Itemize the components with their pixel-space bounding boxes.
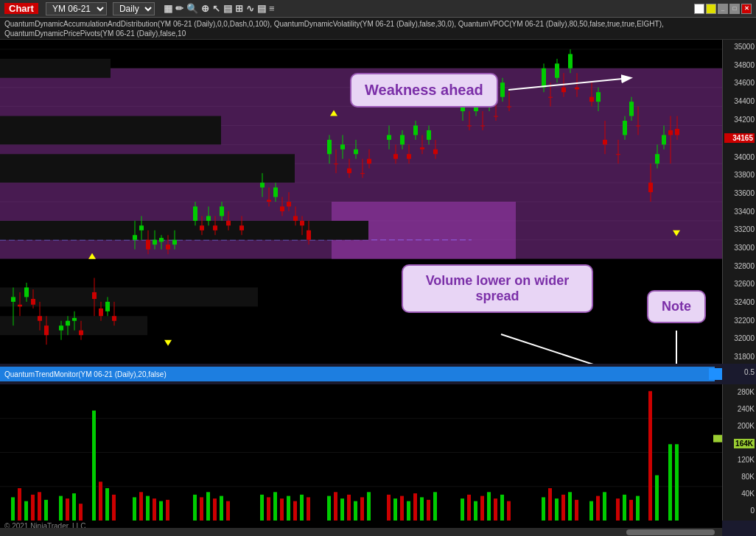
price-33200: 33200: [724, 225, 755, 233]
price-34400: 34400: [724, 97, 755, 105]
vol-120k: 120K: [738, 456, 755, 464]
properties-icon[interactable]: ▤: [223, 3, 232, 14]
price-32000: 32000: [724, 334, 755, 342]
price-axis: 35000 34800 34600 34400 34200 34165 3400…: [722, 40, 756, 364]
price-32600: 32600: [724, 280, 755, 288]
zoom-icon[interactable]: 🔍: [186, 3, 198, 14]
alerts-icon[interactable]: ≡: [269, 3, 275, 14]
weakness-callout: Weakness ahead: [350, 73, 498, 107]
window-controls: _ □ ✕: [694, 4, 752, 14]
vol-240k: 240K: [738, 405, 755, 413]
trend-axis-label: 0.5: [744, 368, 755, 376]
scrollbar[interactable]: [0, 528, 722, 536]
vol-280k: 280K: [738, 388, 755, 396]
current-price: 34165: [724, 133, 755, 143]
price-33800: 33800: [724, 171, 755, 179]
close-button[interactable]: ✕: [741, 4, 752, 14]
vol-200k: 200K: [738, 422, 755, 430]
minimize-button[interactable]: _: [718, 4, 728, 14]
trend-side-indicator: [709, 368, 722, 380]
volume-callout: Volume lower on wider spread: [402, 264, 593, 313]
price-32200: 32200: [724, 317, 755, 325]
draw-icon[interactable]: ✏: [175, 3, 183, 14]
chart-title: Chart: [4, 3, 38, 14]
title-bar: Chart YM 06-21 Daily ▦ ✏ 🔍 ⊕ ↖ ▤ ⊞ ∿ ▤ ≡…: [0, 0, 756, 18]
indicator-bar: QuantumDynamicAccumulationAndDistributio…: [0, 18, 756, 40]
volume-axis: 280K 240K 200K 164K 120K 80K 40K 0: [722, 384, 756, 521]
crosshair-icon[interactable]: ⊕: [201, 3, 209, 14]
color-box-1: [694, 4, 704, 14]
price-34000: 34000: [724, 153, 755, 161]
trend-monitor-label: QuantumTrendMonitor(YM 06-21 (Daily),20,…: [4, 370, 167, 378]
price-32400: 32400: [724, 298, 755, 306]
note-callout: Note: [647, 290, 706, 323]
price-33000: 33000: [724, 244, 755, 252]
main-chart: Weakness ahead Volume lower on wider spr…: [0, 40, 756, 364]
indicator-text: QuantumDynamicAccumulationAndDistributio…: [4, 20, 664, 38]
price-31800: 31800: [724, 353, 755, 361]
export-icon[interactable]: ⊞: [235, 3, 243, 14]
volume-canvas: [0, 384, 722, 521]
maximize-button[interactable]: □: [729, 4, 740, 14]
price-34200: 34200: [724, 116, 755, 124]
vol-current: 164K: [734, 439, 755, 448]
price-33600: 33600: [724, 189, 755, 197]
scrollbar-thumb[interactable]: [626, 529, 715, 535]
indicators-icon[interactable]: ∿: [246, 3, 254, 14]
symbol-dropdown[interactable]: YM 06-21: [46, 2, 107, 15]
color-box-2: [706, 4, 716, 14]
price-33400: 33400: [724, 208, 755, 216]
trend-monitor-panel: QuantumTrendMonitor(YM 06-21 (Daily),20,…: [0, 364, 756, 384]
price-35000: 35000: [724, 43, 755, 51]
vol-40k: 40K: [741, 490, 755, 498]
timeframe-dropdown[interactable]: Daily: [113, 2, 155, 15]
vol-80k: 80K: [741, 473, 755, 481]
arrow-icon[interactable]: ↖: [212, 3, 220, 14]
price-34800: 34800: [724, 61, 755, 69]
toolbar: ▦ ✏ 🔍 ⊕ ↖ ▤ ⊞ ∿ ▤ ≡: [164, 3, 275, 14]
vol-0: 0: [750, 507, 755, 515]
price-34600: 34600: [724, 79, 755, 87]
bar-chart-icon[interactable]: ▦: [164, 3, 172, 14]
strategies-icon[interactable]: ▤: [257, 3, 266, 14]
price-32800: 32800: [724, 262, 755, 270]
volume-panel: Volume up down(YM 06-21 (Daily)) 280K 24…: [0, 384, 756, 521]
